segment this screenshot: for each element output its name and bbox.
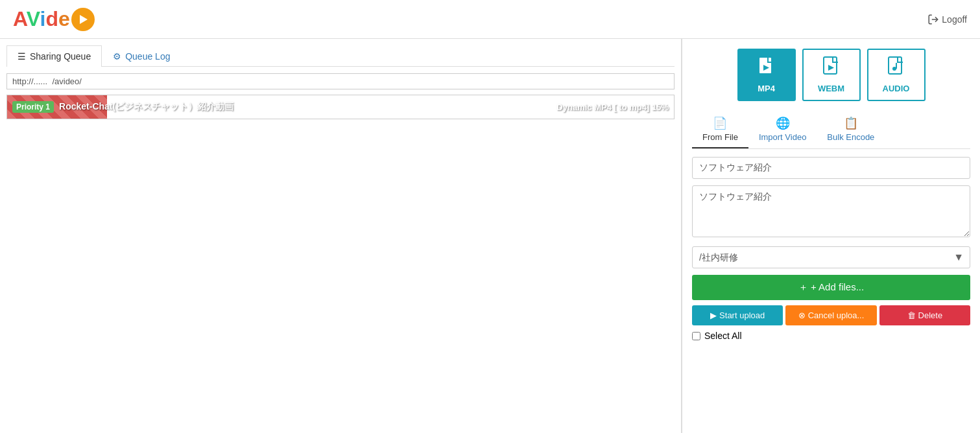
delete-button[interactable]: 🗑 Delete	[879, 305, 970, 325]
from-file-label: From File	[702, 132, 738, 142]
import-video-label: Import Video	[759, 132, 806, 142]
file-icon: 📄	[713, 116, 727, 130]
queue-item-content: Priority 1 Rocket-Chat(ビジネスチャット）紹介動画 Dyn…	[7, 95, 674, 119]
gear-icon: ⚙	[113, 51, 121, 62]
logo-e: e	[58, 7, 70, 30]
header: AVide Logoff	[0, 0, 980, 39]
mp4-label: MP4	[758, 84, 775, 93]
logo-d: d	[45, 7, 58, 30]
url-input[interactable]	[6, 73, 675, 89]
action-buttons: ▶ Start upload ⊗ Cancel uploa... 🗑 Delet…	[692, 305, 970, 325]
trash-icon: 🗑	[907, 310, 916, 320]
logo-a: A	[13, 7, 27, 30]
format-audio-button[interactable]: AUDIO	[867, 49, 926, 101]
menu-icon: ☰	[18, 51, 26, 62]
logoff-icon	[927, 14, 939, 25]
logoff-label: Logoff	[942, 14, 967, 25]
queue-status: Dynamic MP4 [ to mp4] 15%	[556, 102, 669, 112]
source-tab-import-video[interactable]: 🌐 Import Video	[748, 111, 817, 148]
category-select[interactable]: /社内研修 /その他	[692, 246, 970, 268]
source-tab-from-file[interactable]: 📄 From File	[692, 111, 748, 148]
svg-rect-1	[759, 57, 772, 74]
format-buttons: MP4 WEBM	[692, 49, 970, 101]
play-icon: ▶	[710, 310, 717, 320]
cancel-upload-button[interactable]: ⊗ Cancel uploa...	[785, 305, 876, 325]
queue-title: Rocket-Chat(ビジネスチャット）紹介動画	[59, 101, 556, 113]
select-all-checkbox[interactable]	[692, 332, 700, 340]
tab-sharing-queue-label: Sharing Queue	[30, 51, 91, 62]
audio-label: AUDIO	[883, 84, 910, 93]
select-all-row: Select All	[692, 331, 970, 341]
add-files-button[interactable]: ＋ + Add files...	[692, 275, 970, 300]
cancel-upload-label: Cancel uploa...	[808, 310, 865, 320]
tab-queue-log-label: Queue Log	[125, 51, 170, 62]
tabs: ☰ Sharing Queue ⚙ Queue Log	[6, 45, 675, 67]
select-all-label: Select All	[704, 331, 742, 341]
source-tab-bulk-encode[interactable]: 📋 Bulk Encode	[817, 111, 885, 148]
start-upload-label: Start upload	[719, 310, 765, 320]
left-panel: ☰ Sharing Queue ⚙ Queue Log Priority 1 R…	[0, 39, 682, 433]
logo-v: V	[27, 7, 40, 30]
file-webm-icon	[822, 56, 841, 77]
audio-icon	[887, 56, 905, 81]
webm-label: WEBM	[818, 84, 844, 93]
format-mp4-button[interactable]: MP4	[737, 49, 796, 101]
main-container: ☰ Sharing Queue ⚙ Queue Log Priority 1 R…	[0, 39, 980, 433]
tab-sharing-queue[interactable]: ☰ Sharing Queue	[6, 45, 102, 67]
priority-badge: Priority 1	[12, 101, 54, 113]
bulk-encode-label: Bulk Encode	[827, 132, 874, 142]
globe-icon: 🌐	[776, 116, 790, 130]
title-input[interactable]	[692, 157, 970, 179]
plus-icon: ＋	[798, 281, 808, 292]
category-select-wrapper: /社内研修 /その他 ▼	[692, 246, 970, 268]
format-webm-button[interactable]: WEBM	[802, 49, 861, 101]
add-files-label: + Add files...	[811, 281, 864, 292]
logo: AVide	[13, 7, 95, 31]
description-textarea[interactable]: ソフトウェア紹介	[692, 185, 970, 237]
delete-label: Delete	[918, 310, 943, 320]
layers-icon: 📋	[844, 116, 858, 130]
file-video-icon	[758, 56, 776, 77]
queue-item: Priority 1 Rocket-Chat(ビジネスチャット）紹介動画 Dyn…	[6, 95, 675, 119]
right-panel: MP4 WEBM	[682, 39, 980, 433]
file-audio-icon	[887, 56, 905, 77]
source-tabs: 📄 From File 🌐 Import Video 📋 Bulk Encode	[692, 111, 970, 149]
tab-queue-log[interactable]: ⚙ Queue Log	[102, 45, 181, 67]
svg-rect-3	[824, 57, 837, 74]
svg-rect-5	[889, 57, 902, 74]
mp4-icon	[758, 56, 776, 81]
cancel-icon: ⊗	[798, 310, 806, 320]
queue-list: Priority 1 Rocket-Chat(ビジネスチャット）紹介動画 Dyn…	[6, 95, 675, 119]
start-upload-button[interactable]: ▶ Start upload	[692, 305, 783, 325]
logo-play-icon	[71, 8, 95, 31]
webm-icon	[822, 56, 841, 81]
logoff-button[interactable]: Logoff	[927, 14, 967, 25]
url-bar	[6, 73, 675, 89]
